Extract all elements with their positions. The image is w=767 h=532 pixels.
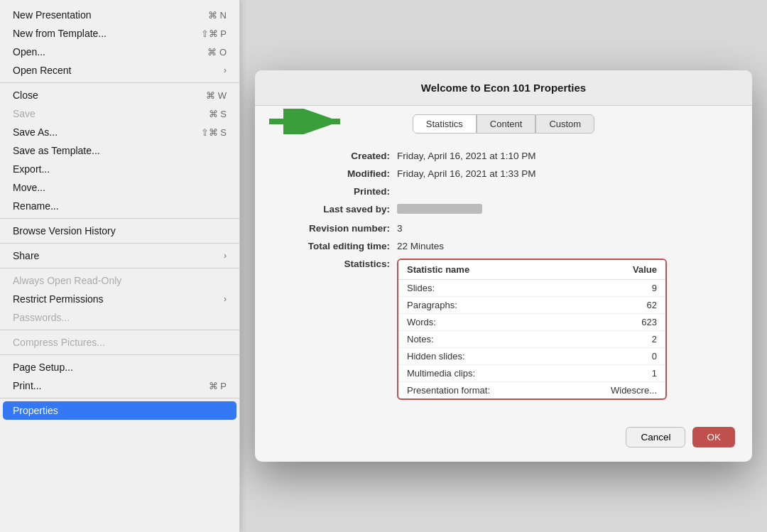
menu-divider [0, 218, 239, 219]
printed-row: Printed: [283, 186, 724, 197]
menu-item-close[interactable]: Close⌘ W [0, 86, 239, 104]
menu-item-page-setup[interactable]: Page Setup... [0, 358, 239, 376]
menu-item-save-as-template[interactable]: Save as Template... [0, 141, 239, 160]
menu-item-label: New from Template... [13, 28, 107, 39]
chevron-right-icon: › [224, 251, 227, 261]
menu-item-label: Move... [13, 182, 45, 193]
statistics-table: Statistic name Value Slides:9Paragraphs:… [397, 259, 667, 400]
tab-custom[interactable]: Custom [535, 114, 594, 134]
green-arrow [269, 109, 354, 137]
chevron-right-icon: › [224, 294, 227, 304]
chevron-right-icon: › [224, 65, 227, 75]
menu-item-label: Open Recent [13, 65, 72, 76]
menu-item-move[interactable]: Move... [0, 178, 239, 197]
menu-item-label: Save [13, 108, 36, 119]
menu-item-rename[interactable]: Rename... [0, 197, 239, 215]
created-row: Created: Friday, April 16, 2021 at 1:10 … [283, 151, 724, 161]
last-saved-label: Last saved by: [283, 204, 397, 216]
stats-value: 623 [600, 317, 657, 327]
menu-item-save-as[interactable]: Save As...⇧⌘ S [0, 123, 239, 141]
stats-row: Slides:9 [398, 280, 665, 297]
menu-item-label: Page Setup... [13, 362, 73, 373]
stats-value: 1 [600, 368, 657, 379]
created-value: Friday, April 16, 2021 at 1:10 PM [397, 151, 724, 161]
menu-item-label: Always Open Read-Only [13, 275, 121, 286]
menu-item-label: Rename... [13, 200, 59, 212]
cancel-button[interactable]: Cancel [626, 427, 685, 447]
menu-item-open-recent[interactable]: Open Recent› [0, 61, 239, 80]
menu-item-browse-version-history[interactable]: Browse Version History [0, 222, 239, 240]
menu-item-label: Browse Version History [13, 225, 116, 237]
properties-dialog: Welcome to Econ 101 Properties Statistic… [255, 70, 752, 462]
modified-label: Modified: [283, 168, 397, 179]
menu-item-new-presentation[interactable]: New Presentation⌘ N [0, 6, 239, 24]
editing-time-row: Total editing time: 22 Minutes [283, 241, 724, 251]
menu-item-label: Compress Pictures... [13, 337, 105, 348]
menu-item-save: Save⌘ S [0, 104, 239, 123]
menu-item-label: New Presentation [13, 9, 92, 21]
menu-item-always-open-read-only: Always Open Read-Only [0, 271, 239, 290]
stats-name: Presentation format: [407, 385, 600, 396]
menu-divider [0, 268, 239, 268]
modified-row: Modified: Friday, April 16, 2021 at 1:33… [283, 168, 724, 179]
menu-divider [0, 398, 239, 398]
editing-time-value: 22 Minutes [397, 241, 724, 251]
tab-content[interactable]: Content [477, 114, 536, 134]
menu-item-print[interactable]: Print...⌘ P [0, 376, 239, 395]
menu-item-label: Restrict Permissions [13, 293, 104, 305]
menu-item-label: Save as Template... [13, 145, 100, 156]
dialog-title: Welcome to Econ 101 Properties [255, 70, 752, 106]
revision-row: Revision number: 3 [283, 223, 724, 234]
menu-item-shortcut: ⌘ W [206, 90, 227, 101]
menu-item-shortcut: ⌘ S [209, 109, 227, 119]
dialog-area: Welcome to Econ 101 Properties Statistic… [240, 0, 767, 532]
menu-item-new-from-template[interactable]: New from Template...⇧⌘ P [0, 24, 239, 43]
menu-divider [0, 330, 239, 330]
dialog-content: Created: Friday, April 16, 2021 at 1:10 … [255, 139, 752, 418]
stats-value: 0 [600, 351, 657, 362]
menu-item-label: Passwords... [13, 312, 70, 323]
stats-row: Words:623 [398, 314, 665, 331]
stats-name: Hidden slides: [407, 351, 600, 362]
dialog-footer: Cancel OK [255, 418, 752, 450]
menu-item-properties[interactable]: Properties [3, 401, 236, 420]
menu-item-shortcut: ⇧⌘ P [201, 28, 227, 39]
menu-item-label: Export... [13, 163, 50, 175]
menu-item-shortcut: ⌘ P [209, 381, 227, 391]
menu-item-label: Close [13, 89, 38, 101]
stats-row: Presentation format:Widescre... [398, 382, 665, 398]
menu-item-label: Open... [13, 46, 45, 58]
ok-button[interactable]: OK [692, 427, 735, 447]
file-menu: New Presentation⌘ NNew from Template...⇧… [0, 0, 240, 532]
printed-label: Printed: [283, 186, 397, 197]
menu-divider [0, 354, 239, 355]
menu-item-passwords: Passwords... [0, 308, 239, 327]
stats-name: Slides: [407, 283, 600, 293]
stats-name: Notes: [407, 334, 600, 344]
menu-item-label: Properties [13, 405, 58, 416]
menu-item-share[interactable]: Share› [0, 246, 239, 265]
menu-item-export[interactable]: Export... [0, 160, 239, 178]
menu-item-shortcut: ⌘ O [207, 47, 227, 58]
stats-header: Statistic name Value [398, 260, 665, 280]
stats-col2-header: Value [633, 264, 657, 275]
statistics-row: Statistics: Statistic name Value Slides:… [283, 259, 724, 400]
statistics-table-container: Statistic name Value Slides:9Paragraphs:… [397, 259, 724, 400]
stats-col1-header: Statistic name [407, 264, 469, 275]
stats-value: 9 [600, 283, 657, 293]
menu-divider [0, 82, 239, 83]
stats-row: Hidden slides:0 [398, 348, 665, 365]
menu-item-restrict-permissions[interactable]: Restrict Permissions› [0, 290, 239, 308]
menu-item-label: Print... [13, 380, 41, 391]
menu-item-shortcut: ⌘ N [208, 10, 227, 21]
last-saved-value [397, 204, 724, 216]
tab-statistics[interactable]: Statistics [413, 114, 477, 134]
menu-item-compress-pictures: Compress Pictures... [0, 333, 239, 352]
last-saved-row: Last saved by: [283, 204, 724, 216]
menu-divider [0, 243, 239, 244]
revision-value: 3 [397, 223, 724, 234]
stats-name: Words: [407, 317, 600, 327]
menu-item-open[interactable]: Open...⌘ O [0, 43, 239, 61]
stats-value: 2 [600, 334, 657, 344]
printed-value [397, 186, 724, 197]
